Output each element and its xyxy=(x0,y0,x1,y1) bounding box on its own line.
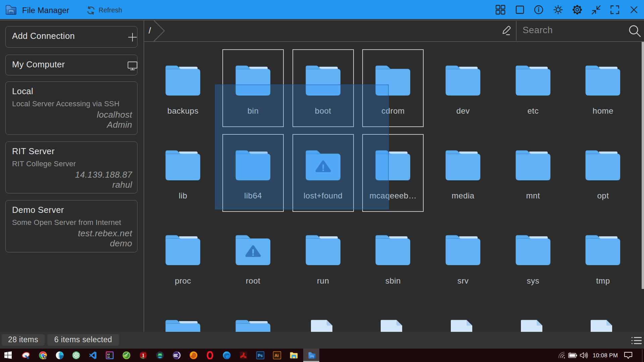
svg-text:Ps: Ps xyxy=(258,353,263,358)
svg-text:IJ: IJ xyxy=(107,353,110,356)
svg-text:1: 1 xyxy=(142,353,145,358)
svg-text:Ai: Ai xyxy=(275,353,279,358)
